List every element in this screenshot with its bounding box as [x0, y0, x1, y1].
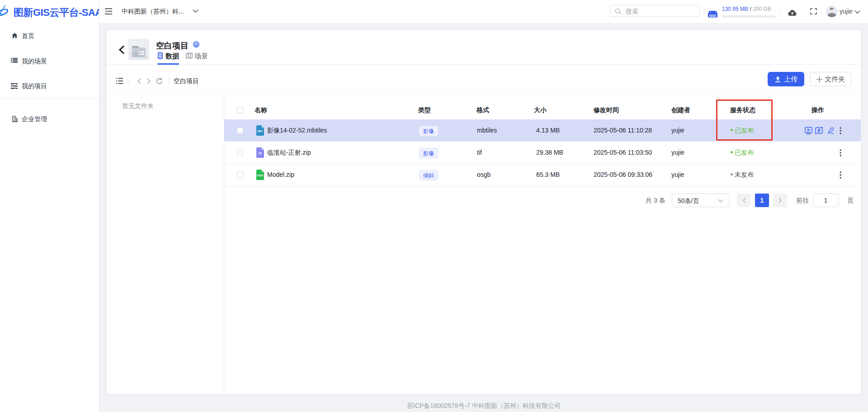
svg-text:TIF: TIF — [258, 152, 262, 155]
svg-text:OSGB: OSGB — [257, 175, 263, 177]
svg-text:MBT: MBT — [258, 130, 263, 133]
